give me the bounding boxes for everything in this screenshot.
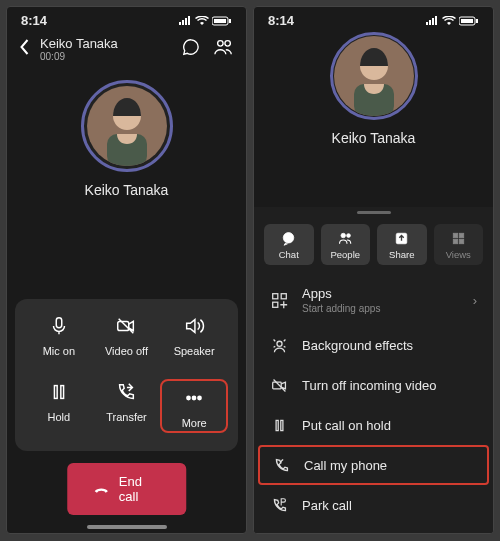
call-screen-left: 8:14 Keiko Tanaka 00:09 Keiko Tanaka [6,6,247,534]
tab-chat-label: Chat [279,249,299,260]
people-icon [338,231,353,246]
svg-rect-30 [281,293,286,298]
svg-rect-8 [56,318,62,328]
tab-views[interactable]: Views [434,224,484,265]
profile-block: Keiko Tanaka [7,72,246,198]
tab-share[interactable]: Share [377,224,427,265]
menu-call-my-phone-label: Call my phone [304,458,387,473]
svg-rect-34 [276,420,278,430]
svg-point-23 [346,234,350,238]
svg-point-4 [225,41,230,46]
mic-label: Mic on [43,345,75,357]
hold-button[interactable]: Hold [25,379,93,433]
home-indicator [87,525,167,529]
svg-point-3 [218,41,223,46]
speaker-button[interactable]: Speaker [160,313,228,357]
end-call-label: End call [119,474,160,504]
menu-park-label: Park call [302,498,352,513]
status-bar: 8:14 [7,7,246,30]
status-bar: 8:14 [254,7,493,30]
svg-rect-27 [453,239,458,244]
chevron-right-icon: › [473,293,477,308]
hold-icon [270,416,288,434]
avatar [87,86,167,166]
svg-point-21 [284,233,295,244]
header-call-timer: 00:09 [40,51,172,62]
call-screen-right: 8:14 Keiko Tanaka Chat People [253,6,494,534]
call-header: Keiko Tanaka 00:09 [7,30,246,72]
battery-icon [459,16,479,26]
hold-label: Hold [48,411,71,423]
svg-rect-26 [459,233,464,238]
transfer-icon [113,379,139,405]
profile-name: Keiko Tanaka [332,130,416,146]
svg-rect-25 [453,233,458,238]
menu-turn-off-video-label: Turn off incoming video [302,378,436,393]
menu-bg-effects[interactable]: Background effects [254,325,493,365]
park-icon [270,496,288,514]
svg-rect-11 [61,386,64,399]
status-time: 8:14 [21,13,47,28]
header-actions [182,38,234,60]
video-button[interactable]: Video off [93,313,161,357]
drag-handle[interactable] [357,211,391,214]
header-caller-name: Keiko Tanaka [40,36,172,51]
end-call-button[interactable]: End call [67,463,187,515]
video-label: Video off [105,345,148,357]
tab-views-label: Views [446,249,471,260]
menu-transfer[interactable]: Transfer [254,525,493,534]
avatar-ring [330,32,418,120]
video-off-icon [270,376,288,394]
menu-call-my-phone[interactable]: Call my phone [258,445,489,485]
svg-rect-2 [229,19,231,23]
speaker-label: Speaker [174,345,215,357]
bg-effects-icon [270,336,288,354]
profile-block: Keiko Tanaka [254,30,493,146]
apps-icon [270,291,288,309]
menu-bg-effects-label: Background effects [302,338,413,353]
speaker-icon [181,313,207,339]
call-my-phone-icon [272,456,290,474]
menu-apps-sub: Start adding apps [302,303,380,314]
signal-icon [178,16,192,26]
svg-point-12 [187,396,190,399]
people-icon[interactable] [214,38,234,60]
menu-apps[interactable]: Apps Start adding apps › [254,275,493,325]
menu-apps-label: Apps [302,286,380,301]
menu-park[interactable]: Park call [254,485,493,525]
svg-point-14 [198,396,201,399]
svg-rect-1 [214,19,226,23]
battery-icon [212,16,232,26]
avatar [334,36,414,116]
transfer-button[interactable]: Transfer [93,379,161,433]
back-icon[interactable] [19,39,30,60]
wifi-icon [195,16,209,26]
tab-people-label: People [330,249,360,260]
transfer-label: Transfer [106,411,147,423]
status-icons [178,16,232,26]
hold-icon [46,379,72,405]
more-icon [181,385,207,411]
tab-share-label: Share [389,249,414,260]
tab-chat[interactable]: Chat [264,224,314,265]
menu-put-hold-label: Put call on hold [302,418,391,433]
more-button[interactable]: More [160,379,228,433]
call-controls: Mic on Video off Speaker Hold Transfer M… [15,299,238,451]
more-label: More [182,417,207,429]
svg-rect-17 [476,19,478,23]
signal-icon [425,16,439,26]
svg-rect-28 [459,239,464,244]
chat-icon[interactable] [182,38,200,60]
menu-turn-off-video[interactable]: Turn off incoming video [254,365,493,405]
mic-button[interactable]: Mic on [25,313,93,357]
chat-icon [281,231,296,246]
header-info: Keiko Tanaka 00:09 [40,36,172,62]
svg-point-32 [276,341,281,346]
end-call-icon [93,484,109,494]
menu-put-hold[interactable]: Put call on hold [254,405,493,445]
svg-point-22 [341,233,346,238]
profile-name: Keiko Tanaka [85,182,169,198]
tab-row: Chat People Share Views [254,224,493,275]
tab-people[interactable]: People [321,224,371,265]
svg-rect-31 [272,302,277,307]
